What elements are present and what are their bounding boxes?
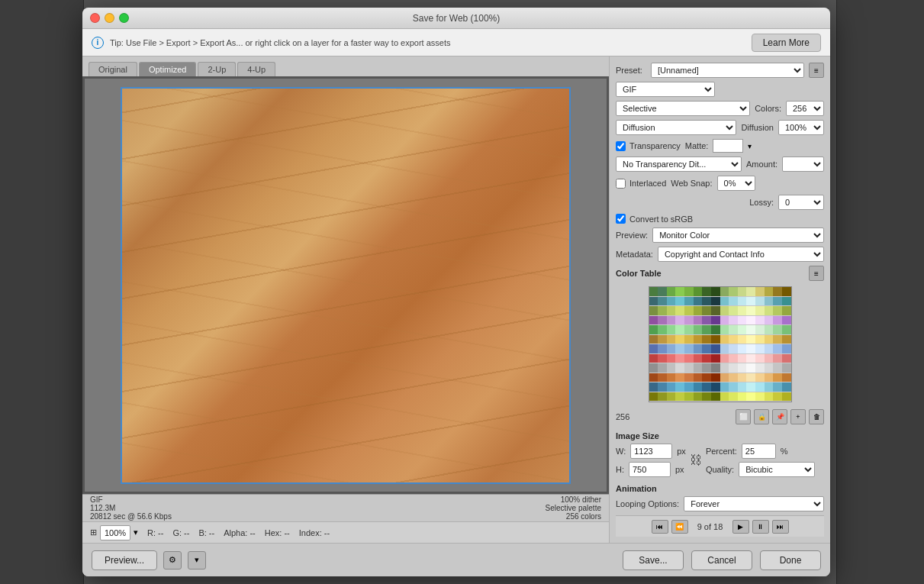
- color-table-pin-btn[interactable]: 📌: [772, 409, 787, 424]
- color-cell[interactable]: [684, 325, 694, 334]
- color-cell[interactable]: [684, 344, 694, 353]
- color-cell[interactable]: [746, 373, 755, 382]
- color-cell[interactable]: [765, 335, 774, 344]
- color-cell[interactable]: [720, 382, 729, 392]
- color-cell[interactable]: [675, 316, 684, 325]
- color-cell[interactable]: [667, 382, 676, 392]
- color-cell[interactable]: [649, 297, 658, 306]
- color-cell[interactable]: [675, 344, 684, 353]
- color-cell[interactable]: [658, 335, 667, 344]
- color-cell[interactable]: [720, 373, 729, 382]
- color-cell[interactable]: [738, 373, 747, 382]
- close-button[interactable]: [90, 13, 100, 23]
- color-cell[interactable]: [702, 354, 711, 363]
- color-cell[interactable]: [702, 316, 711, 325]
- color-cell[interactable]: [720, 297, 729, 306]
- color-cell[interactable]: [684, 316, 694, 325]
- color-cell[interactable]: [684, 297, 694, 306]
- color-cell[interactable]: [738, 344, 747, 353]
- metadata-select[interactable]: Copyright and Contact Info: [658, 247, 824, 262]
- color-cell[interactable]: [658, 287, 667, 296]
- color-cell[interactable]: [738, 363, 747, 373]
- preset-select[interactable]: [Unnamed]: [651, 63, 804, 78]
- color-cell[interactable]: [694, 316, 703, 325]
- color-cell[interactable]: [765, 344, 774, 353]
- color-cell[interactable]: [702, 325, 711, 334]
- color-cell[interactable]: [773, 344, 782, 353]
- color-cell[interactable]: [667, 316, 676, 325]
- color-cell[interactable]: [773, 392, 782, 402]
- color-cell[interactable]: [738, 306, 747, 315]
- color-cell[interactable]: [649, 382, 658, 392]
- color-cell[interactable]: [782, 354, 791, 363]
- color-cell[interactable]: [720, 344, 729, 353]
- color-cell[interactable]: [765, 316, 774, 325]
- color-cell[interactable]: [720, 287, 729, 296]
- done-button[interactable]: Done: [760, 550, 821, 570]
- color-cell[interactable]: [765, 297, 774, 306]
- color-cell[interactable]: [746, 382, 755, 392]
- color-cell[interactable]: [782, 287, 791, 296]
- color-cell[interactable]: [773, 363, 782, 373]
- transparency-checkbox[interactable]: [616, 141, 626, 151]
- quality-select[interactable]: Bicubic: [739, 462, 815, 477]
- color-cell[interactable]: [773, 382, 782, 392]
- maximize-button[interactable]: [119, 13, 129, 23]
- color-cell[interactable]: [675, 297, 684, 306]
- color-cell[interactable]: [782, 297, 791, 306]
- color-cell[interactable]: [738, 335, 747, 344]
- color-cell[interactable]: [746, 287, 755, 296]
- color-cell[interactable]: [649, 287, 658, 296]
- color-cell[interactable]: [702, 287, 711, 296]
- color-cell[interactable]: [667, 392, 676, 402]
- color-cell[interactable]: [746, 297, 755, 306]
- width-input[interactable]: [630, 444, 672, 459]
- color-cell[interactable]: [649, 344, 658, 353]
- color-cell[interactable]: [684, 306, 694, 315]
- color-cell[interactable]: [649, 373, 658, 382]
- color-cell[interactable]: [684, 382, 694, 392]
- color-cell[interactable]: [738, 382, 747, 392]
- tab-original[interactable]: Original: [89, 62, 137, 76]
- color-cell[interactable]: [667, 287, 676, 296]
- matte-color-swatch[interactable]: [713, 139, 743, 153]
- color-cell[interactable]: [667, 306, 676, 315]
- save-as-button[interactable]: Save...: [623, 550, 684, 570]
- color-cell[interactable]: [755, 392, 765, 402]
- color-cell[interactable]: [694, 373, 703, 382]
- color-cell[interactable]: [658, 306, 667, 315]
- color-cell[interactable]: [675, 335, 684, 344]
- color-cell[interactable]: [711, 392, 720, 402]
- color-cell[interactable]: [694, 297, 703, 306]
- color-cell[interactable]: [711, 373, 720, 382]
- color-cell[interactable]: [658, 354, 667, 363]
- no-transparency-dither-select[interactable]: No Transparency Dit...: [616, 156, 742, 172]
- color-cell[interactable]: [729, 287, 738, 296]
- color-cell[interactable]: [694, 325, 703, 334]
- color-cell[interactable]: [720, 325, 729, 334]
- color-cell[interactable]: [702, 392, 711, 402]
- color-cell[interactable]: [746, 392, 755, 402]
- color-cell[interactable]: [667, 297, 676, 306]
- color-cell[interactable]: [738, 316, 747, 325]
- color-cell[interactable]: [658, 382, 667, 392]
- anim-prev-button[interactable]: ⏪: [671, 520, 688, 534]
- color-cell[interactable]: [755, 373, 765, 382]
- color-cell[interactable]: [738, 287, 747, 296]
- color-cell[interactable]: [782, 306, 791, 315]
- color-cell[interactable]: [782, 316, 791, 325]
- color-cell[interactable]: [729, 297, 738, 306]
- tab-optimized[interactable]: Optimized: [139, 62, 197, 76]
- colors-select[interactable]: 256 128 64: [786, 101, 824, 116]
- color-cell[interactable]: [755, 335, 765, 344]
- color-cell[interactable]: [667, 325, 676, 334]
- color-cell[interactable]: [738, 392, 747, 402]
- color-cell[interactable]: [720, 306, 729, 315]
- color-cell[interactable]: [711, 297, 720, 306]
- algorithm-select[interactable]: Selective Perceptual Adaptive: [616, 101, 750, 116]
- color-cell[interactable]: [711, 316, 720, 325]
- link-proportions-icon[interactable]: ⛓: [689, 445, 703, 476]
- color-cell[interactable]: [746, 344, 755, 353]
- color-cell[interactable]: [755, 297, 765, 306]
- color-cell[interactable]: [684, 335, 694, 344]
